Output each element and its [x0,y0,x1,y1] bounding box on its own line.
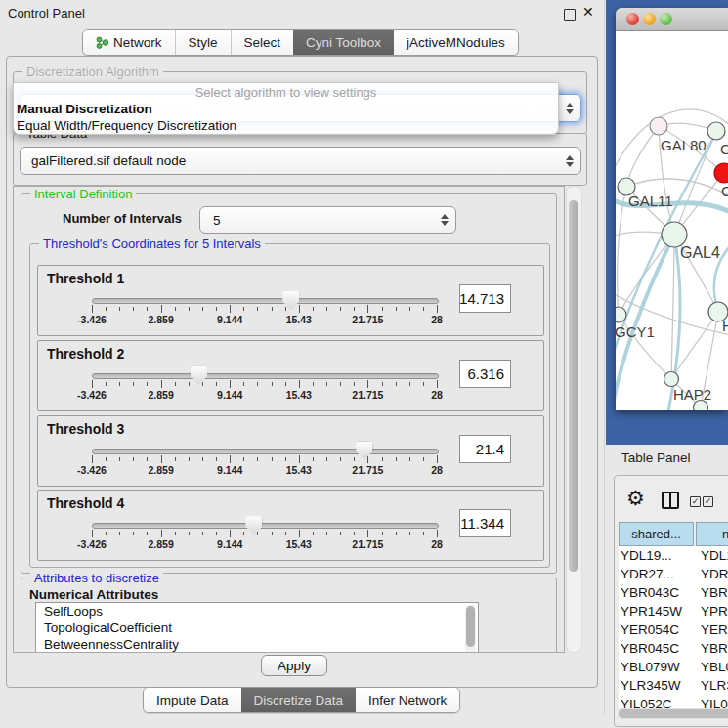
threshold-panel-2: Threshold 2-3.4262.8599.14415.4321.71528… [37,340,544,411]
slider-track[interactable] [92,523,439,529]
table-row[interactable]: YDR27...YDR2 [619,565,728,583]
table-row[interactable]: YIL052CYIL0 [619,695,728,708]
tab-network[interactable]: Network [83,30,175,55]
dropdown-item[interactable]: Manual Discretization [14,101,558,117]
attribute-list-item[interactable]: BetweennessCentrality [36,636,478,653]
tick-label: -3.426 [77,389,107,401]
node-red-selected[interactable] [714,163,728,183]
table-hscrollbar[interactable] [618,708,728,719]
table-row[interactable]: YBR043CYBR0 [619,583,728,602]
close-icon[interactable]: ✕ [582,4,594,20]
attribute-list-item[interactable]: TopologicalCoefficient [36,620,478,636]
slider-thumb[interactable] [245,516,262,535]
cell-shared-name: YDL19... [619,548,697,563]
cell-name: YIL0 [697,697,728,708]
bottom-tab-bar: Impute DataDiscretize DataInfer Network [143,687,460,713]
table-data-combobox-text: galFiltered.sif default node [21,153,186,168]
minor-tick [423,457,424,461]
threshold-panel-3: Threshold 3-3.4262.8599.14415.4321.71528… [37,415,544,487]
float-window-icon[interactable] [564,9,576,21]
minor-tick [175,532,176,535]
tab-discretize-data[interactable]: Discretize Data [241,688,357,712]
tab-infer-network[interactable]: Infer Network [356,688,459,712]
minor-tick [382,307,383,311]
node-gcy1[interactable] [616,307,626,322]
slider-thumb[interactable] [191,366,207,385]
column-header-name[interactable]: n [696,522,728,546]
minor-tick [354,457,355,461]
table-row[interactable]: YLR345WYLR3 [619,676,728,695]
minor-tick [409,382,410,386]
tab-impute-data[interactable]: Impute Data [144,688,241,712]
zoom-traffic-light-icon[interactable] [660,13,672,25]
tick-label: 15.43 [286,464,312,476]
major-tick [161,530,162,537]
threshold-value-field[interactable]: 21.4 [459,435,511,463]
minor-tick [272,457,273,461]
attribute-list-item[interactable]: SelfLoops [36,603,478,620]
table-row[interactable]: YER054CYER0 [619,621,728,639]
slider-track[interactable] [92,449,439,454]
node-label-partial-h: H [722,318,728,334]
numerical-attributes-list[interactable]: SelfLoopsTopologicalCoefficientBetweenne… [35,602,479,653]
table-row[interactable]: YPR145WYPR1 [619,602,728,621]
node-label-gal4: GAL4 [680,244,720,261]
minor-tick [147,382,148,386]
minor-tick [119,307,120,311]
threshold-value-field[interactable]: 6.316 [459,360,511,388]
threshold-label: Threshold 2 [47,346,124,362]
minor-tick [202,532,203,535]
network-window-titlebar[interactable] [616,8,728,31]
minor-tick [119,457,120,461]
node-gal80[interactable] [650,117,667,135]
gear-icon[interactable]: ⚙ [626,488,645,508]
tick-label: 2.859 [148,389,173,401]
threshold-coordinates-group: Threshold's Coordinates for 5 Intervals … [29,243,550,568]
tick-label: 15.43 [286,389,312,401]
table-hscrollbar-thumb[interactable] [619,709,728,718]
node-hap2[interactable] [664,372,679,387]
minor-tick [189,532,190,535]
node-partial-top-right[interactable] [707,122,725,140]
list-scrollbar[interactable] [465,605,476,653]
select-columns-icon[interactable]: ✓ ✓ [690,496,713,507]
minor-tick [354,382,355,386]
table-panel-title: Table Panel [621,450,691,465]
close-traffic-light-icon[interactable] [626,13,639,25]
checkbox-icon: ✓ [703,496,713,507]
minor-tick [354,307,355,311]
cell-name: YBR0 [697,641,728,656]
tab-jactivemnodules[interactable]: jActiveMNodules [394,30,518,55]
numerical-attributes-label: Numerical Attributes [29,587,158,602]
apply-button[interactable]: Apply [261,655,327,676]
table-data-combobox[interactable]: galFiltered.sif default node [20,147,581,175]
dropdown-item[interactable]: Equal Width/Frequency Discretization [14,117,558,134]
minimize-traffic-light-icon[interactable] [643,13,656,25]
slider-track[interactable] [92,373,439,379]
number-of-intervals-combobox[interactable]: 5 [199,206,456,234]
tab-label: Impute Data [156,693,229,707]
group-title-discretization-algorithm: Discretization Algorithm [22,64,163,79]
settings-scroll-viewport: Interval Definition Number of Intervals … [13,186,565,653]
list-scrollbar-thumb[interactable] [466,606,475,647]
minor-tick [189,457,190,461]
tab-cyni-toolbox[interactable]: Cyni Toolbox [293,30,394,55]
minor-tick [382,382,383,386]
tick-label: 28 [431,314,443,325]
network-canvas[interactable]: GAL80 G C GAL11 GAL4 GCY1 H HAP2 [616,31,728,410]
panel-scrollbar[interactable] [566,186,582,653]
cell-name: YER0 [697,622,728,637]
panel-scrollbar-thumb[interactable] [569,200,578,572]
table-row[interactable]: YDL19...YDL1 [619,546,728,565]
slider-thumb[interactable] [356,442,372,460]
minor-tick [175,457,176,461]
table-row[interactable]: YBR045CYBR0 [619,639,728,658]
split-columns-icon[interactable] [662,492,679,509]
threshold-value-field[interactable]: 14.713 [459,284,511,313]
slider-track[interactable] [92,298,439,304]
table-row[interactable]: YBL079WYBL0 [619,658,728,676]
tab-select[interactable]: Select [231,30,294,55]
tab-style[interactable]: Style [175,30,231,55]
column-header-shared-name[interactable]: shared... [619,522,694,546]
threshold-value-field[interactable]: 11.344 [459,509,511,537]
